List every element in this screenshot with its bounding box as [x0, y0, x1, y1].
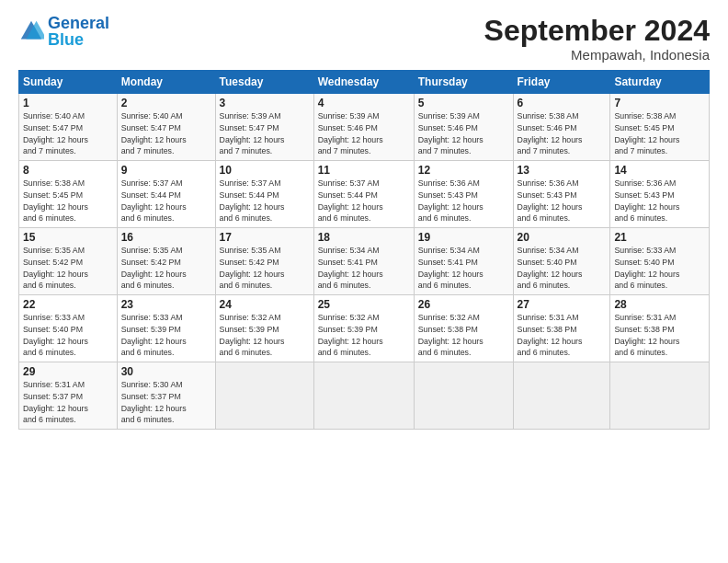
location: Mempawah, Indonesia [484, 47, 710, 63]
day-number: 12 [418, 164, 509, 177]
calendar-week-4: 22Sunrise: 5:33 AM Sunset: 5:40 PM Dayli… [19, 295, 710, 362]
day-number: 13 [518, 164, 607, 177]
day-info: Sunrise: 5:31 AM Sunset: 5:38 PM Dayligh… [518, 312, 607, 359]
day-number: 16 [121, 231, 211, 244]
calendar-cell: 5Sunrise: 5:39 AM Sunset: 5:46 PM Daylig… [414, 94, 513, 161]
calendar-cell: 13Sunrise: 5:36 AM Sunset: 5:43 PM Dayli… [513, 161, 610, 228]
day-number: 26 [418, 298, 509, 311]
calendar-week-1: 1Sunrise: 5:40 AM Sunset: 5:47 PM Daylig… [19, 94, 710, 161]
calendar-cell: 19Sunrise: 5:34 AM Sunset: 5:41 PM Dayli… [414, 228, 513, 295]
calendar-cell [414, 362, 513, 430]
calendar-cell: 17Sunrise: 5:35 AM Sunset: 5:42 PM Dayli… [215, 228, 313, 295]
calendar-cell: 10Sunrise: 5:37 AM Sunset: 5:44 PM Dayli… [215, 161, 313, 228]
day-info: Sunrise: 5:37 AM Sunset: 5:44 PM Dayligh… [121, 178, 211, 224]
day-number: 27 [518, 298, 607, 311]
col-header-wednesday: Wednesday [313, 71, 414, 94]
day-number: 8 [23, 164, 113, 177]
day-number: 1 [23, 97, 113, 109]
day-info: Sunrise: 5:39 AM Sunset: 5:47 PM Dayligh… [220, 110, 310, 157]
col-header-saturday: Saturday [610, 71, 710, 94]
calendar-cell [313, 362, 414, 430]
calendar-cell: 25Sunrise: 5:32 AM Sunset: 5:39 PM Dayli… [313, 295, 414, 362]
day-number: 7 [614, 97, 705, 109]
day-info: Sunrise: 5:37 AM Sunset: 5:44 PM Dayligh… [318, 178, 410, 224]
day-number: 28 [614, 298, 705, 311]
calendar-cell [215, 362, 313, 430]
day-info: Sunrise: 5:38 AM Sunset: 5:45 PM Dayligh… [23, 178, 113, 224]
day-info: Sunrise: 5:38 AM Sunset: 5:46 PM Dayligh… [518, 110, 607, 157]
col-header-sunday: Sunday [19, 71, 118, 94]
day-number: 5 [418, 97, 509, 109]
day-number: 15 [23, 231, 113, 244]
day-number: 29 [23, 365, 113, 378]
day-info: Sunrise: 5:36 AM Sunset: 5:43 PM Dayligh… [614, 178, 705, 224]
calendar-cell: 14Sunrise: 5:36 AM Sunset: 5:43 PM Dayli… [610, 161, 710, 228]
day-number: 22 [23, 298, 113, 311]
day-number: 21 [614, 231, 705, 244]
calendar-cell: 24Sunrise: 5:32 AM Sunset: 5:39 PM Dayli… [215, 295, 313, 362]
calendar-cell: 27Sunrise: 5:31 AM Sunset: 5:38 PM Dayli… [513, 295, 610, 362]
day-info: Sunrise: 5:33 AM Sunset: 5:39 PM Dayligh… [121, 312, 211, 359]
page: General Blue September 2024 Mempawah, In… [0, 0, 728, 563]
day-info: Sunrise: 5:35 AM Sunset: 5:42 PM Dayligh… [220, 245, 310, 292]
day-info: Sunrise: 5:40 AM Sunset: 5:47 PM Dayligh… [23, 110, 113, 157]
logo: General Blue [18, 15, 109, 48]
day-info: Sunrise: 5:38 AM Sunset: 5:45 PM Dayligh… [614, 110, 705, 157]
day-number: 2 [121, 97, 211, 109]
day-number: 4 [318, 97, 410, 109]
calendar-cell: 28Sunrise: 5:31 AM Sunset: 5:38 PM Dayli… [610, 295, 710, 362]
day-info: Sunrise: 5:33 AM Sunset: 5:40 PM Dayligh… [23, 312, 113, 359]
calendar-cell: 12Sunrise: 5:36 AM Sunset: 5:43 PM Dayli… [414, 161, 513, 228]
calendar-cell: 8Sunrise: 5:38 AM Sunset: 5:45 PM Daylig… [19, 161, 118, 228]
calendar-cell: 11Sunrise: 5:37 AM Sunset: 5:44 PM Dayli… [313, 161, 414, 228]
day-number: 25 [318, 298, 410, 311]
col-header-friday: Friday [513, 71, 610, 94]
calendar-cell: 30Sunrise: 5:30 AM Sunset: 5:37 PM Dayli… [117, 362, 215, 430]
day-number: 14 [614, 164, 705, 177]
day-info: Sunrise: 5:34 AM Sunset: 5:41 PM Dayligh… [418, 245, 509, 292]
calendar-cell: 20Sunrise: 5:34 AM Sunset: 5:40 PM Dayli… [513, 228, 610, 295]
day-info: Sunrise: 5:31 AM Sunset: 5:37 PM Dayligh… [23, 379, 113, 426]
calendar-table: SundayMondayTuesdayWednesdayThursdayFrid… [18, 70, 710, 430]
day-info: Sunrise: 5:34 AM Sunset: 5:40 PM Dayligh… [518, 245, 607, 292]
calendar-week-3: 15Sunrise: 5:35 AM Sunset: 5:42 PM Dayli… [19, 228, 710, 295]
calendar-cell: 16Sunrise: 5:35 AM Sunset: 5:42 PM Dayli… [117, 228, 215, 295]
day-info: Sunrise: 5:36 AM Sunset: 5:43 PM Dayligh… [418, 178, 509, 224]
day-info: Sunrise: 5:40 AM Sunset: 5:47 PM Dayligh… [121, 110, 211, 157]
calendar-cell [610, 362, 710, 430]
calendar-cell: 2Sunrise: 5:40 AM Sunset: 5:47 PM Daylig… [117, 94, 215, 161]
day-info: Sunrise: 5:32 AM Sunset: 5:39 PM Dayligh… [318, 312, 410, 359]
calendar-week-5: 29Sunrise: 5:31 AM Sunset: 5:37 PM Dayli… [19, 362, 710, 430]
calendar-cell: 15Sunrise: 5:35 AM Sunset: 5:42 PM Dayli… [19, 228, 118, 295]
day-info: Sunrise: 5:34 AM Sunset: 5:41 PM Dayligh… [318, 245, 410, 292]
calendar-cell: 1Sunrise: 5:40 AM Sunset: 5:47 PM Daylig… [19, 94, 118, 161]
calendar-cell: 4Sunrise: 5:39 AM Sunset: 5:46 PM Daylig… [313, 94, 414, 161]
day-info: Sunrise: 5:32 AM Sunset: 5:38 PM Dayligh… [418, 312, 509, 359]
calendar-cell: 23Sunrise: 5:33 AM Sunset: 5:39 PM Dayli… [117, 295, 215, 362]
calendar-cell: 9Sunrise: 5:37 AM Sunset: 5:44 PM Daylig… [117, 161, 215, 228]
calendar-header-row: SundayMondayTuesdayWednesdayThursdayFrid… [19, 71, 710, 94]
day-number: 10 [220, 164, 310, 177]
title-block: September 2024 Mempawah, Indonesia [484, 15, 710, 63]
col-header-monday: Monday [117, 71, 215, 94]
calendar-cell: 21Sunrise: 5:33 AM Sunset: 5:40 PM Dayli… [610, 228, 710, 295]
logo-icon [18, 18, 44, 44]
calendar-cell: 22Sunrise: 5:33 AM Sunset: 5:40 PM Dayli… [19, 295, 118, 362]
day-number: 3 [220, 97, 310, 109]
calendar-cell [513, 362, 610, 430]
day-number: 9 [121, 164, 211, 177]
calendar-cell: 26Sunrise: 5:32 AM Sunset: 5:38 PM Dayli… [414, 295, 513, 362]
calendar-cell: 3Sunrise: 5:39 AM Sunset: 5:47 PM Daylig… [215, 94, 313, 161]
calendar-cell: 6Sunrise: 5:38 AM Sunset: 5:46 PM Daylig… [513, 94, 610, 161]
col-header-tuesday: Tuesday [215, 71, 313, 94]
day-number: 11 [318, 164, 410, 177]
calendar-cell: 7Sunrise: 5:38 AM Sunset: 5:45 PM Daylig… [610, 94, 710, 161]
day-info: Sunrise: 5:36 AM Sunset: 5:43 PM Dayligh… [518, 178, 607, 224]
day-number: 17 [220, 231, 310, 244]
day-info: Sunrise: 5:30 AM Sunset: 5:37 PM Dayligh… [121, 379, 211, 426]
day-number: 24 [220, 298, 310, 311]
day-info: Sunrise: 5:37 AM Sunset: 5:44 PM Dayligh… [220, 178, 310, 224]
logo-blue: Blue [48, 30, 84, 49]
day-info: Sunrise: 5:31 AM Sunset: 5:38 PM Dayligh… [614, 312, 705, 359]
calendar-cell: 29Sunrise: 5:31 AM Sunset: 5:37 PM Dayli… [19, 362, 118, 430]
